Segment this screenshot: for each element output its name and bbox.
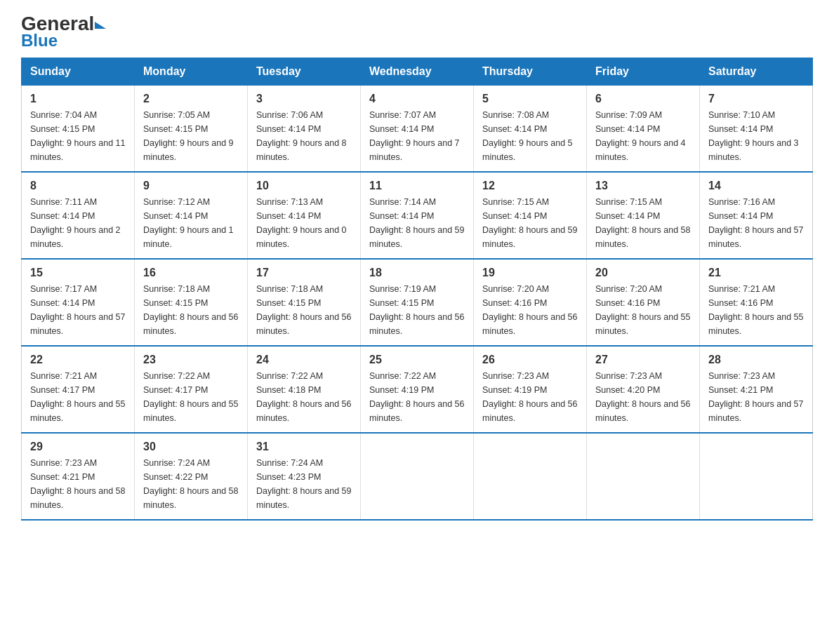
day-info: Sunrise: 7:22 AMSunset: 4:18 PMDaylight:…: [256, 369, 352, 425]
day-info: Sunrise: 7:06 AMSunset: 4:14 PMDaylight:…: [256, 108, 352, 164]
day-number: 29: [30, 441, 126, 453]
day-info: Sunrise: 7:18 AMSunset: 4:15 PMDaylight:…: [256, 282, 352, 338]
week-row-5: 29Sunrise: 7:23 AMSunset: 4:21 PMDayligh…: [22, 433, 813, 520]
day-number: 18: [369, 267, 465, 279]
day-number: 9: [143, 180, 239, 192]
day-number: 3: [256, 93, 352, 105]
day-info: Sunrise: 7:23 AMSunset: 4:21 PMDaylight:…: [708, 369, 804, 425]
day-info: Sunrise: 7:14 AMSunset: 4:14 PMDaylight:…: [369, 195, 465, 251]
day-number: 4: [369, 93, 465, 105]
day-info: Sunrise: 7:12 AMSunset: 4:14 PMDaylight:…: [143, 195, 239, 251]
logo-triangle-icon: [95, 22, 106, 29]
day-cell: 21Sunrise: 7:21 AMSunset: 4:16 PMDayligh…: [700, 259, 813, 346]
day-info: Sunrise: 7:24 AMSunset: 4:22 PMDaylight:…: [143, 456, 239, 512]
day-info: Sunrise: 7:22 AMSunset: 4:19 PMDaylight:…: [369, 369, 465, 425]
header-cell-wednesday: Wednesday: [361, 58, 474, 86]
header-cell-monday: Monday: [135, 58, 248, 86]
day-cell: [361, 433, 474, 520]
day-cell: 26Sunrise: 7:23 AMSunset: 4:19 PMDayligh…: [474, 346, 587, 433]
header-cell-sunday: Sunday: [22, 58, 135, 86]
day-number: 26: [482, 354, 578, 366]
day-number: 30: [143, 441, 239, 453]
day-number: 16: [143, 267, 239, 279]
day-info: Sunrise: 7:21 AMSunset: 4:17 PMDaylight:…: [30, 369, 126, 425]
day-info: Sunrise: 7:07 AMSunset: 4:14 PMDaylight:…: [369, 108, 465, 164]
day-number: 6: [595, 93, 691, 105]
day-cell: 7Sunrise: 7:10 AMSunset: 4:14 PMDaylight…: [700, 86, 813, 173]
day-cell: 10Sunrise: 7:13 AMSunset: 4:14 PMDayligh…: [248, 172, 361, 259]
week-row-4: 22Sunrise: 7:21 AMSunset: 4:17 PMDayligh…: [22, 346, 813, 433]
day-cell: 2Sunrise: 7:05 AMSunset: 4:15 PMDaylight…: [135, 86, 248, 173]
calendar-table: SundayMondayTuesdayWednesdayThursdayFrid…: [21, 58, 813, 521]
day-cell: 14Sunrise: 7:16 AMSunset: 4:14 PMDayligh…: [700, 172, 813, 259]
day-number: 7: [708, 93, 804, 105]
day-cell: [700, 433, 813, 520]
page-header: General Blue: [21, 14, 813, 51]
day-number: 2: [143, 93, 239, 105]
day-cell: 5Sunrise: 7:08 AMSunset: 4:14 PMDaylight…: [474, 86, 587, 173]
day-number: 10: [256, 180, 352, 192]
day-info: Sunrise: 7:05 AMSunset: 4:15 PMDaylight:…: [143, 108, 239, 164]
day-info: Sunrise: 7:08 AMSunset: 4:14 PMDaylight:…: [482, 108, 578, 164]
day-cell: 28Sunrise: 7:23 AMSunset: 4:21 PMDayligh…: [700, 346, 813, 433]
logo-blue: Blue: [21, 31, 58, 51]
day-info: Sunrise: 7:23 AMSunset: 4:20 PMDaylight:…: [595, 369, 691, 425]
day-cell: 31Sunrise: 7:24 AMSunset: 4:23 PMDayligh…: [248, 433, 361, 520]
day-cell: 15Sunrise: 7:17 AMSunset: 4:14 PMDayligh…: [22, 259, 135, 346]
day-info: Sunrise: 7:13 AMSunset: 4:14 PMDaylight:…: [256, 195, 352, 251]
day-cell: 17Sunrise: 7:18 AMSunset: 4:15 PMDayligh…: [248, 259, 361, 346]
day-info: Sunrise: 7:15 AMSunset: 4:14 PMDaylight:…: [595, 195, 691, 251]
day-cell: 25Sunrise: 7:22 AMSunset: 4:19 PMDayligh…: [361, 346, 474, 433]
day-number: 11: [369, 180, 465, 192]
header-row: SundayMondayTuesdayWednesdayThursdayFrid…: [22, 58, 813, 86]
day-info: Sunrise: 7:20 AMSunset: 4:16 PMDaylight:…: [595, 282, 691, 338]
day-cell: 18Sunrise: 7:19 AMSunset: 4:15 PMDayligh…: [361, 259, 474, 346]
day-number: 12: [482, 180, 578, 192]
day-cell: 9Sunrise: 7:12 AMSunset: 4:14 PMDaylight…: [135, 172, 248, 259]
day-number: 22: [30, 354, 126, 366]
header-cell-thursday: Thursday: [474, 58, 587, 86]
day-number: 17: [256, 267, 352, 279]
day-cell: 20Sunrise: 7:20 AMSunset: 4:16 PMDayligh…: [587, 259, 700, 346]
day-cell: 19Sunrise: 7:20 AMSunset: 4:16 PMDayligh…: [474, 259, 587, 346]
day-cell: [587, 433, 700, 520]
day-number: 19: [482, 267, 578, 279]
day-number: 24: [256, 354, 352, 366]
day-info: Sunrise: 7:20 AMSunset: 4:16 PMDaylight:…: [482, 282, 578, 338]
day-number: 25: [369, 354, 465, 366]
day-cell: 22Sunrise: 7:21 AMSunset: 4:17 PMDayligh…: [22, 346, 135, 433]
day-info: Sunrise: 7:21 AMSunset: 4:16 PMDaylight:…: [708, 282, 804, 338]
day-info: Sunrise: 7:24 AMSunset: 4:23 PMDaylight:…: [256, 456, 352, 512]
day-number: 8: [30, 180, 126, 192]
day-number: 23: [143, 354, 239, 366]
day-info: Sunrise: 7:23 AMSunset: 4:19 PMDaylight:…: [482, 369, 578, 425]
day-number: 13: [595, 180, 691, 192]
week-row-2: 8Sunrise: 7:11 AMSunset: 4:14 PMDaylight…: [22, 172, 813, 259]
day-number: 15: [30, 267, 126, 279]
header-cell-friday: Friday: [587, 58, 700, 86]
day-info: Sunrise: 7:15 AMSunset: 4:14 PMDaylight:…: [482, 195, 578, 251]
day-info: Sunrise: 7:04 AMSunset: 4:15 PMDaylight:…: [30, 108, 126, 164]
week-row-3: 15Sunrise: 7:17 AMSunset: 4:14 PMDayligh…: [22, 259, 813, 346]
day-cell: 16Sunrise: 7:18 AMSunset: 4:15 PMDayligh…: [135, 259, 248, 346]
day-info: Sunrise: 7:09 AMSunset: 4:14 PMDaylight:…: [595, 108, 691, 164]
day-cell: 24Sunrise: 7:22 AMSunset: 4:18 PMDayligh…: [248, 346, 361, 433]
day-info: Sunrise: 7:17 AMSunset: 4:14 PMDaylight:…: [30, 282, 126, 338]
day-number: 5: [482, 93, 578, 105]
day-cell: 6Sunrise: 7:09 AMSunset: 4:14 PMDaylight…: [587, 86, 700, 173]
logo: General Blue: [21, 14, 104, 51]
day-cell: 30Sunrise: 7:24 AMSunset: 4:22 PMDayligh…: [135, 433, 248, 520]
day-cell: 8Sunrise: 7:11 AMSunset: 4:14 PMDaylight…: [22, 172, 135, 259]
day-number: 28: [708, 354, 804, 366]
day-number: 31: [256, 441, 352, 453]
day-number: 1: [30, 93, 126, 105]
calendar-body: 1Sunrise: 7:04 AMSunset: 4:15 PMDaylight…: [22, 86, 813, 521]
day-cell: 29Sunrise: 7:23 AMSunset: 4:21 PMDayligh…: [22, 433, 135, 520]
day-info: Sunrise: 7:19 AMSunset: 4:15 PMDaylight:…: [369, 282, 465, 338]
day-cell: 23Sunrise: 7:22 AMSunset: 4:17 PMDayligh…: [135, 346, 248, 433]
day-info: Sunrise: 7:11 AMSunset: 4:14 PMDaylight:…: [30, 195, 126, 251]
day-cell: 3Sunrise: 7:06 AMSunset: 4:14 PMDaylight…: [248, 86, 361, 173]
day-number: 21: [708, 267, 804, 279]
day-cell: 11Sunrise: 7:14 AMSunset: 4:14 PMDayligh…: [361, 172, 474, 259]
calendar-header: SundayMondayTuesdayWednesdayThursdayFrid…: [22, 58, 813, 86]
